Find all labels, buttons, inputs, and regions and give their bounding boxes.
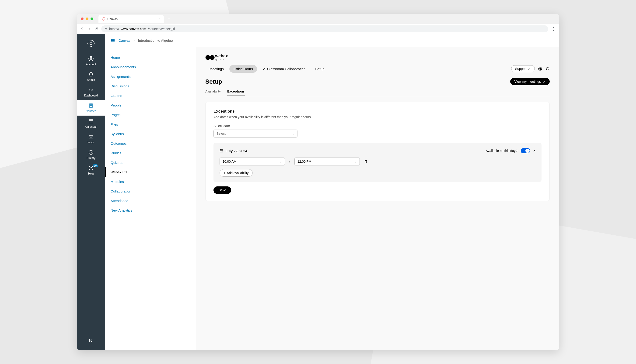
main-panel: ⬤⬤ webex by CISCO Meetings Office Hours … xyxy=(196,47,559,350)
nav-help[interactable]: 10 Help xyxy=(77,162,105,178)
course-nav-item[interactable]: Discussions xyxy=(105,81,196,91)
clock-icon xyxy=(88,150,94,155)
browser-menu-icon[interactable]: ⋮ xyxy=(552,26,556,32)
url-input[interactable]: https://www.canvas.com/courses/webex_lti xyxy=(101,26,548,32)
nav-dashboard[interactable]: Dashboard xyxy=(77,84,105,100)
tab-meetings[interactable]: Meetings xyxy=(205,65,228,73)
tab-office-hours[interactable]: Office Hours xyxy=(229,65,257,73)
nav-back-icon[interactable] xyxy=(80,27,84,31)
arrow-right-icon: › xyxy=(289,160,290,163)
breadcrumb-root[interactable]: Canvas xyxy=(119,38,130,42)
course-nav-item[interactable]: Home xyxy=(105,53,196,62)
view-meetings-button[interactable]: View my meetings ↗ xyxy=(510,78,550,85)
url-path: /courses/webex_lti xyxy=(148,27,175,31)
tab-close-icon[interactable]: × xyxy=(159,17,160,21)
end-time-select[interactable]: 12:00 PM ⌄ xyxy=(294,158,360,166)
course-nav-item[interactable]: People xyxy=(105,100,196,110)
url-prefix: https:// xyxy=(109,27,119,31)
window-minimize-button[interactable] xyxy=(86,18,88,20)
browser-tab[interactable]: Canvas × xyxy=(98,15,164,22)
svg-rect-7 xyxy=(89,120,93,123)
nav-courses[interactable]: Courses xyxy=(77,100,105,116)
course-nav-item[interactable]: Collaboration xyxy=(105,186,196,196)
date-select[interactable]: Select ⌄ xyxy=(214,130,297,138)
save-button[interactable]: Save xyxy=(214,186,231,194)
nav-label: Admin xyxy=(87,78,95,82)
breadcrumb-current: Introduction to Algebra xyxy=(138,38,173,42)
course-nav-item[interactable]: Pages xyxy=(105,110,196,120)
exceptions-card: Exceptions Add dates when your availabil… xyxy=(205,102,550,201)
webex-logo: ⬤⬤ webex by CISCO xyxy=(205,54,550,60)
tab-bar: Canvas × + xyxy=(77,14,559,24)
svg-rect-13 xyxy=(220,150,223,152)
globe-icon[interactable] xyxy=(538,67,542,71)
split-layout: Home Announcements Assignments Discussio… xyxy=(105,47,559,350)
breadcrumb: Canvas › Introduction to Algebra xyxy=(105,34,559,47)
lock-icon xyxy=(105,28,107,30)
nav-admin[interactable]: Admin xyxy=(77,69,105,84)
nav-inbox[interactable]: Inbox xyxy=(77,131,105,147)
setup-row: Setup View my meetings ↗ xyxy=(205,78,550,85)
close-icon[interactable]: × xyxy=(533,149,535,153)
window-close-button[interactable] xyxy=(81,18,84,20)
traffic-lights xyxy=(81,18,93,20)
browser-chrome: Canvas × + https://www.canvas.com/course… xyxy=(77,14,559,34)
chevron-down-icon: ⌄ xyxy=(280,160,282,163)
course-nav-item[interactable]: New Analytics xyxy=(105,206,196,215)
start-time-select[interactable]: 10:00 AM ⌄ xyxy=(220,158,285,166)
subtab-availability[interactable]: Availability xyxy=(205,90,221,96)
collapse-nav-icon[interactable] xyxy=(89,338,93,343)
course-nav-item[interactable]: Modules xyxy=(105,177,196,186)
exception-block: July 22, 2024 Available on this day? ✓ × xyxy=(214,143,541,182)
nav-forward-icon[interactable] xyxy=(87,27,91,31)
top-actions: Support ↗ xyxy=(511,65,550,72)
course-nav-item[interactable]: Rubics xyxy=(105,148,196,158)
canvas-logo-icon[interactable] xyxy=(86,38,96,48)
course-nav-item[interactable]: Grades xyxy=(105,91,196,100)
nav-account[interactable]: Account xyxy=(77,53,105,69)
tab-classroom-collab[interactable]: ↗ Classroom Collaboration xyxy=(259,65,310,73)
webex-sub: by CISCO xyxy=(215,58,228,60)
nav-reload-icon[interactable] xyxy=(94,27,98,31)
subtab-exceptions[interactable]: Exceptions xyxy=(227,90,245,96)
hamburger-icon[interactable] xyxy=(111,38,115,43)
content-area: Canvas › Introduction to Algebra Home An… xyxy=(105,34,559,350)
course-nav-item-webex[interactable]: Webex LTI xyxy=(105,167,196,177)
svg-rect-1 xyxy=(105,29,107,30)
support-button[interactable]: Support ↗ xyxy=(511,65,535,72)
chevron-down-icon: ⌄ xyxy=(354,160,357,163)
nav-label: Inbox xyxy=(88,141,94,144)
trash-icon[interactable] xyxy=(364,160,368,163)
window-maximize-button[interactable] xyxy=(91,18,93,20)
time-row: 10:00 AM ⌄ › 12:00 PM ⌄ xyxy=(220,158,535,166)
favicon-icon xyxy=(102,17,105,21)
course-nav-item[interactable]: Attendance xyxy=(105,196,196,206)
exception-header: July 22, 2024 Available on this day? ✓ × xyxy=(220,148,535,153)
add-availability-button[interactable]: + Add availability xyxy=(220,169,253,177)
calendar-icon xyxy=(220,149,223,153)
plus-icon: + xyxy=(224,171,225,175)
shield-icon xyxy=(88,72,94,77)
nav-label: Account xyxy=(86,63,96,66)
chevron-down-icon: ⌄ xyxy=(292,132,294,135)
webex-brand: webex xyxy=(215,54,228,58)
svg-point-0 xyxy=(102,18,105,20)
course-nav-item[interactable]: Announcements xyxy=(105,62,196,72)
course-nav-item[interactable]: Files xyxy=(105,120,196,129)
nav-history[interactable]: History xyxy=(77,147,105,162)
available-toggle[interactable]: ✓ xyxy=(521,148,530,153)
nav-label: Dashboard xyxy=(84,94,98,97)
chevron-right-icon: › xyxy=(134,38,135,42)
refresh-icon[interactable] xyxy=(545,67,550,71)
nav-calendar[interactable]: Calendar xyxy=(77,116,105,131)
exception-date: July 22, 2024 xyxy=(226,149,247,153)
tab-setup[interactable]: Setup xyxy=(311,65,328,73)
account-icon xyxy=(88,56,94,62)
course-nav-item[interactable]: Syllabus xyxy=(105,129,196,139)
course-nav-item[interactable]: Assignments xyxy=(105,72,196,81)
svg-point-11 xyxy=(91,169,91,170)
course-nav-item[interactable]: Outcomes xyxy=(105,139,196,148)
course-nav-item[interactable]: Quizzes xyxy=(105,158,196,167)
new-tab-button[interactable]: + xyxy=(166,16,172,22)
nav-label: History xyxy=(87,156,95,160)
